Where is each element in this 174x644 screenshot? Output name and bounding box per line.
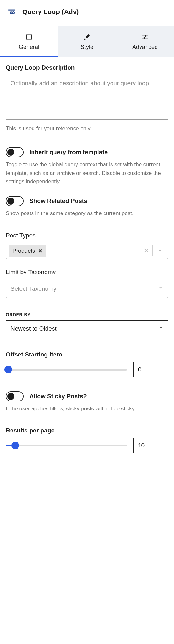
post-types-label: Post Types bbox=[6, 232, 168, 239]
section-post-types: Post Types Products ✕ ✕ bbox=[0, 225, 174, 266]
description-textarea[interactable] bbox=[6, 75, 168, 120]
offset-input[interactable] bbox=[133, 362, 168, 377]
loop-icon bbox=[8, 8, 16, 16]
taxonomy-select[interactable]: Select Taxonomy bbox=[6, 280, 168, 298]
svg-rect-0 bbox=[8, 9, 15, 9]
related-label: Show Related Posts bbox=[29, 198, 87, 205]
svg-rect-1 bbox=[8, 10, 15, 11]
inherit-toggle[interactable] bbox=[6, 147, 24, 157]
offset-label: Offset Starting Item bbox=[6, 351, 168, 358]
order-by-label: ORDER BY bbox=[6, 312, 168, 317]
sticky-toggle[interactable] bbox=[6, 391, 24, 401]
results-label: Results per page bbox=[6, 427, 168, 434]
tab-general[interactable]: General bbox=[0, 26, 58, 57]
chip-label: Products bbox=[12, 248, 35, 254]
svg-point-2 bbox=[145, 35, 147, 37]
chevron-down-icon[interactable] bbox=[153, 247, 165, 255]
offset-slider[interactable] bbox=[6, 365, 127, 374]
taxonomy-placeholder: Select Taxonomy bbox=[11, 285, 56, 292]
sticky-label: Allow Sticky Posts? bbox=[29, 393, 87, 400]
section-inherit: Inherit query from template Toggle to us… bbox=[0, 140, 174, 193]
brush-icon bbox=[83, 33, 91, 41]
taxonomy-label: Limit by Taxonomy bbox=[6, 269, 168, 276]
tab-label: Style bbox=[81, 44, 93, 50]
post-types-select[interactable]: Products ✕ ✕ bbox=[6, 243, 168, 259]
chip-remove-icon[interactable]: ✕ bbox=[38, 248, 42, 254]
tab-style[interactable]: Style bbox=[58, 26, 116, 57]
chevron-down-icon bbox=[153, 285, 163, 292]
chevron-down-icon bbox=[158, 325, 163, 332]
results-input[interactable] bbox=[133, 438, 168, 453]
order-by-select[interactable]: Newest to Oldest bbox=[6, 320, 168, 337]
panel-header: Query Loop (Adv) bbox=[0, 0, 174, 26]
section-order-by: ORDER BY Newest to Oldest bbox=[0, 305, 174, 344]
section-sticky: Allow Sticky Posts? If the user applies … bbox=[0, 384, 174, 420]
related-toggle[interactable] bbox=[6, 196, 24, 206]
section-taxonomy: Limit by Taxonomy Select Taxonomy bbox=[0, 266, 174, 305]
clear-icon[interactable]: ✕ bbox=[140, 247, 152, 255]
block-icon bbox=[6, 6, 18, 18]
sticky-hint: If the user applies filters, sticky post… bbox=[6, 405, 168, 413]
section-results: Results per page bbox=[0, 420, 174, 460]
order-by-value: Newest to Oldest bbox=[11, 325, 57, 332]
section-description: Query Loop Description This is used for … bbox=[0, 57, 174, 140]
section-offset: Offset Starting Item bbox=[0, 344, 174, 384]
inherit-label: Inherit query from template bbox=[29, 149, 108, 156]
sliders-icon bbox=[141, 33, 149, 41]
settings-tabs: General Style Advanced bbox=[0, 26, 174, 57]
section-related: Show Related Posts Show posts in the sam… bbox=[0, 193, 174, 225]
related-hint: Show posts in the same category as the c… bbox=[6, 209, 168, 218]
svg-point-3 bbox=[143, 37, 145, 39]
description-label: Query Loop Description bbox=[6, 64, 168, 71]
tab-label: General bbox=[19, 44, 39, 50]
slider-thumb[interactable] bbox=[4, 366, 12, 373]
tab-label: Advanced bbox=[132, 44, 158, 50]
slider-thumb[interactable] bbox=[11, 442, 19, 449]
description-hint: This is used for your reference only. bbox=[6, 124, 168, 133]
briefcase-icon bbox=[25, 33, 33, 41]
tab-advanced[interactable]: Advanced bbox=[116, 26, 174, 57]
inherit-hint: Toggle to use the global query context t… bbox=[6, 161, 168, 186]
post-type-chip: Products ✕ bbox=[9, 245, 46, 257]
panel-title: Query Loop (Adv) bbox=[22, 8, 79, 16]
results-slider[interactable] bbox=[6, 441, 127, 450]
